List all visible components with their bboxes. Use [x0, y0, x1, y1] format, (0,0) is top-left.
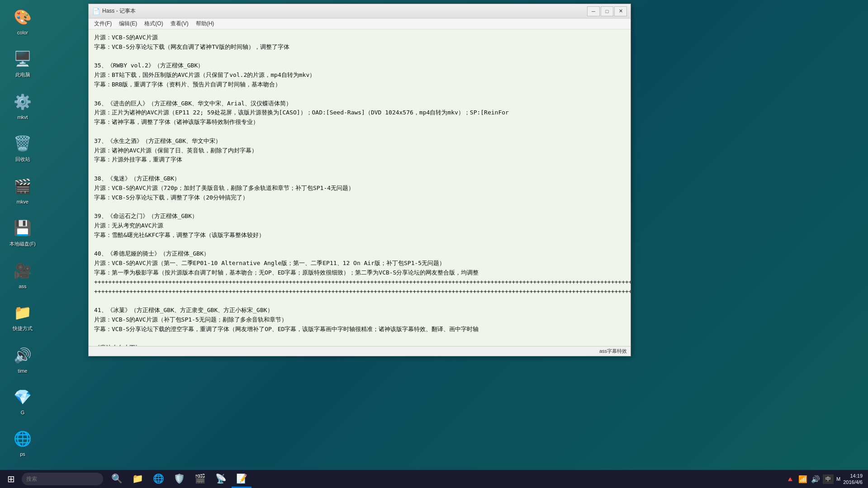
recycle-icon: 🗑️	[12, 133, 33, 154]
volume-icon[interactable]: 🔊	[811, 475, 820, 483]
recycle-icon-label: 回收站	[15, 156, 30, 163]
text-area-container	[89, 29, 631, 346]
ass-icon: 🎥	[12, 260, 33, 282]
status-bar: ass字幕特效	[89, 346, 631, 356]
taskbar-search-input[interactable]	[22, 473, 103, 485]
taskbar-app-ie[interactable]: 🌐	[148, 470, 168, 488]
desktop: 🎨 color 🖥️ 此电脑 ⚙️ mkvt 🗑️ 回收站 🎬 mkve 💾 本…	[0, 0, 868, 488]
local-disk-icon: 💾	[12, 217, 33, 239]
clock[interactable]: 14:19 2016/4/6	[843, 473, 863, 486]
menu-file[interactable]: 文件(F)	[90, 19, 115, 29]
color-icon: 🎨	[12, 6, 33, 28]
color-icon-label: color	[17, 30, 28, 35]
desktop-icon-mkve[interactable]: 🎬 mkve	[5, 174, 41, 206]
desktop-icon-color[interactable]: 🎨 color	[5, 5, 41, 37]
taskbar-app-media[interactable]: 🎬	[190, 470, 210, 488]
desktop-icon-ps[interactable]: 🌐 ps	[5, 426, 41, 459]
taskbar-app-search[interactable]: 🔍	[107, 470, 127, 488]
time-label: time	[18, 368, 28, 374]
title-bar[interactable]: 📄 Hass - 记事本 ─ □ ✕	[89, 4, 631, 19]
menu-help[interactable]: 帮助(H)	[192, 19, 218, 29]
desktop-icon-recycle[interactable]: 🗑️ 回收站	[5, 131, 41, 165]
text-area[interactable]	[89, 29, 631, 346]
clock-time: 14:19	[843, 473, 863, 479]
network-icon[interactable]: 📶	[798, 475, 807, 483]
taskbar-app-files[interactable]: 📁	[128, 470, 147, 488]
system-tray: 🔺 📶 🔊	[786, 475, 820, 483]
close-button[interactable]: ✕	[614, 6, 627, 16]
mkve-icon-label: mkve	[17, 199, 28, 204]
taskbar-apps: 🔍 📁 🌐 🛡️ 🎬 📡 📝	[107, 470, 251, 488]
taskbar-right: 🔺 📶 🔊 中 M 14:19 2016/4/6	[786, 473, 866, 486]
taskbar-app-notepad[interactable]: 📝	[232, 470, 251, 488]
menu-bar: 文件(F) 编辑(E) 格式(O) 查看(V) 帮助(H)	[89, 19, 631, 29]
menu-edit[interactable]: 编辑(E)	[115, 19, 141, 29]
notepad-window: 📄 Hass - 记事本 ─ □ ✕ 文件(F) 编辑(E) 格式(O) 查看(…	[88, 4, 631, 356]
g-label: G	[21, 410, 25, 415]
pc-icon-label: 此电脑	[15, 71, 30, 78]
ime-m: M	[836, 476, 840, 482]
start-button[interactable]: ⊞	[2, 470, 20, 488]
clock-date: 2016/4/6	[843, 479, 863, 485]
window-title: Hass - 记事本	[102, 7, 587, 15]
time-icon: 🔊	[12, 345, 33, 366]
desktop-icon-pc[interactable]: 🖥️ 此电脑	[5, 46, 41, 80]
pc-icon: 🖥️	[12, 48, 33, 70]
shortcut-icon: 📁	[12, 302, 33, 323]
window-controls: ─ □ ✕	[587, 6, 627, 16]
tray-arrow-icon[interactable]: 🔺	[786, 475, 795, 483]
mkvt-icon: ⚙️	[12, 91, 33, 113]
desktop-icon-local-disk[interactable]: 💾 本地磁盘(F)	[5, 215, 41, 249]
maximize-button[interactable]: □	[601, 6, 613, 16]
status-text: ass字幕特效	[599, 348, 627, 355]
ps-label: ps	[20, 451, 25, 457]
desktop-icon-time[interactable]: 🔊 time	[5, 343, 41, 375]
desktop-icon-shortcut[interactable]: 📁 快捷方式	[5, 300, 41, 334]
desktop-icon-g[interactable]: 💎 G	[5, 384, 41, 417]
local-disk-label: 本地磁盘(F)	[9, 241, 36, 247]
desktop-icon-mkvt[interactable]: ⚙️ mkvt	[5, 89, 41, 122]
ime-indicator[interactable]: 中	[823, 474, 834, 484]
mkvt-icon-label: mkvt	[17, 114, 28, 120]
taskbar: ⊞ 🔍 📁 🌐 🛡️ 🎬 📡 📝 🔺 📶 🔊 中 M 14:19 2016/4/…	[0, 470, 868, 488]
minimize-button[interactable]: ─	[587, 6, 600, 16]
menu-format[interactable]: 格式(O)	[141, 19, 166, 29]
taskbar-app-360[interactable]: 🛡️	[169, 470, 189, 488]
shortcut-label: 快捷方式	[13, 325, 33, 332]
menu-view[interactable]: 查看(V)	[167, 19, 192, 29]
g-icon: 💎	[12, 386, 33, 408]
notepad-window-icon: 📄	[92, 8, 100, 15]
ass-icon-label: ass	[19, 284, 26, 289]
taskbar-app-network[interactable]: 📡	[211, 470, 231, 488]
ps-icon: 🌐	[12, 428, 33, 450]
desktop-icon-ass[interactable]: 🎥 ass	[5, 258, 41, 291]
desktop-icon-area: 🎨 color 🖥️ 此电脑 ⚙️ mkvt 🗑️ 回收站 🎬 mkve 💾 本…	[5, 5, 41, 459]
mkve-icon: 🎬	[12, 175, 33, 197]
